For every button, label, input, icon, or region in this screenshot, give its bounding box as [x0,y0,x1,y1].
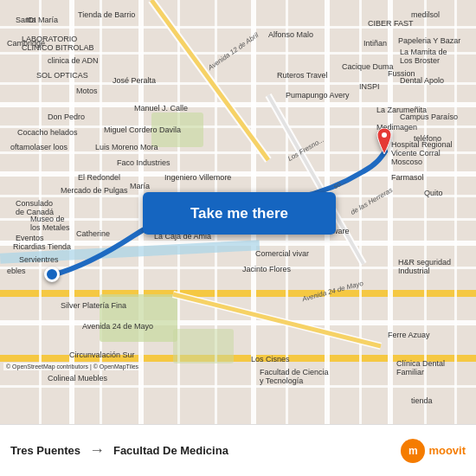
map-container: IDITienda de BarrioLABORATORIO CLINICO B… [0,0,476,424]
osm-attribution: © OpenStreetMap contributors | © OpenMap… [3,363,141,370]
moovit-icon: m [401,439,425,463]
moovit-logo: m moovit [401,439,466,463]
route-to-label: Facultad De Medicina [113,444,228,457]
route-from-label: Tres Puentes [10,444,80,457]
take-me-there-button[interactable]: Take me there [143,192,336,235]
end-marker [374,128,395,158]
svg-point-6 [382,132,387,138]
moovit-text: moovit [428,444,466,457]
bottom-bar: Tres Puentes → Facultad De Medicina m mo… [0,424,476,476]
route-arrow-icon: → [89,441,105,460]
start-marker [44,267,60,282]
